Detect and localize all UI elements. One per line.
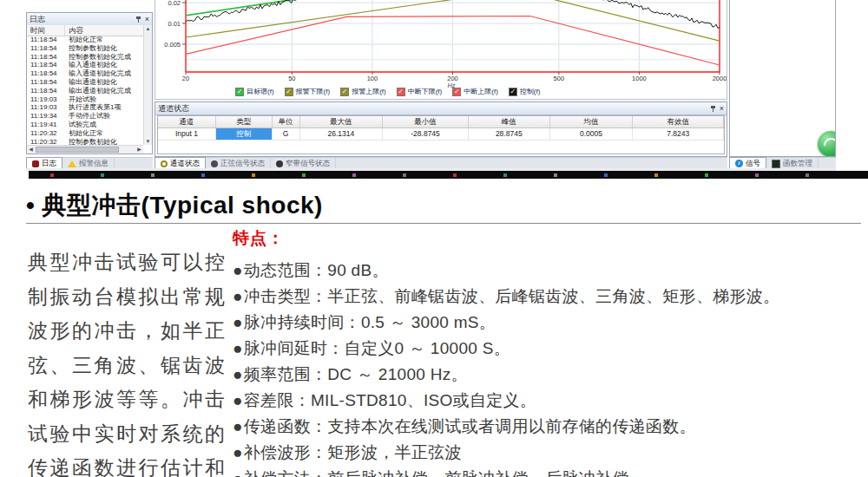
sine-signal-icon [211, 160, 218, 167]
table-cell: -28.8745 [383, 128, 469, 140]
legend-checkbox[interactable]: ✓ [285, 88, 293, 96]
series-控制(f) [186, 0, 313, 23]
legend-label: 报警下限(f) [296, 87, 331, 96]
log-col-content: 内容 [65, 25, 83, 36]
intro-paragraph: 典型冲击试验可以控制振动台模拟出常规波形的冲击，如半正弦、三角波、锯齿波和梯形波… [28, 245, 236, 477]
table-cell: G [273, 128, 300, 140]
legend-checkbox[interactable]: ✓ [397, 88, 405, 96]
taskbar-speck [453, 173, 457, 177]
scroll-right-icon[interactable]: ▶ [135, 146, 143, 154]
taskbar-speck [503, 173, 507, 177]
spectrum-chart: 0.020.010.005205010020050010002000Hz [155, 0, 727, 100]
taskbar-speck [403, 173, 406, 177]
bullet-icon: ● [233, 469, 243, 477]
log-panel: 日志 × 时间 内容 11:18:54初始化正常11:18:54控制参数初始化1… [26, 12, 153, 154]
taskbar-speck [705, 173, 708, 177]
bullet-icon: ● [233, 287, 243, 305]
log-row: 11:18:54控制参数初始化 [27, 44, 143, 53]
legend-item: ✓报警下限(f) [285, 87, 331, 96]
legend-label: 报警上限(f) [352, 87, 386, 96]
spectrum-chart-panel: 0.020.010.005205010020050010002000Hz ✓目标… [155, 0, 727, 100]
taskbar-speck [201, 173, 205, 177]
function-manager-icon [772, 160, 780, 168]
scroll-down-icon[interactable]: ▼ [144, 138, 152, 145]
pin-icon[interactable] [135, 16, 141, 23]
svg-text:500: 500 [554, 75, 565, 82]
taskbar-speck [151, 173, 155, 177]
taskbar-speck [352, 173, 356, 177]
log-row: 11:19:34手动停止试验 [27, 112, 143, 121]
legend-checkbox[interactable]: ✓ [452, 88, 461, 96]
paragraph-line: 和梯形波等等。冲击 [28, 382, 236, 417]
tab-signal[interactable]: i 信号 [729, 157, 766, 169]
svg-text:0.01: 0.01 [168, 20, 181, 28]
table-cell: 0.0005 [550, 128, 634, 140]
feature-item: ●脉冲间延时：自定义0 ～ 10000 S。 [233, 336, 858, 362]
feature-item: ●脉冲持续时间：0.5 ～ 3000 mS。 [233, 310, 858, 336]
taskbar-strip [29, 171, 868, 179]
title-bullet: • [26, 192, 35, 219]
taskbar-speck [302, 173, 306, 177]
log-vertical-scrollbar[interactable]: ▲ ▼ [143, 25, 152, 145]
warning-icon [68, 160, 76, 167]
run-button[interactable] [818, 131, 836, 157]
paragraph-line: 波形的冲击，如半正 [28, 314, 236, 349]
taskbar-speck [101, 173, 104, 177]
paragraph-line: 试验中实时对系统的 [28, 417, 236, 452]
scroll-up-icon[interactable]: ▲ [144, 25, 152, 32]
bullet-icon: ● [233, 391, 243, 409]
log-row: 11:19:03开始试验 [27, 95, 143, 104]
svg-text:0.02: 0.02 [168, 0, 181, 7]
svg-text:0.005: 0.005 [164, 41, 181, 49]
close-icon[interactable]: × [145, 16, 149, 23]
legend-checkbox[interactable]: ✓ [235, 88, 244, 96]
taskbar-speck [554, 173, 557, 177]
log-row: 11:20:32初始化正常 [27, 129, 143, 138]
svg-text:50: 50 [288, 75, 295, 82]
series-控制(f) [598, 0, 720, 28]
pin-icon[interactable] [710, 105, 716, 112]
scrollbar-thumb[interactable] [36, 147, 119, 153]
tab-log[interactable]: 日志 [26, 157, 62, 169]
table-cell: Input 1 [158, 128, 216, 140]
feature-item: ●补偿方法：前后脉冲补偿，前脉冲补偿，后脉冲补偿 [233, 466, 858, 477]
taskbar-speck [755, 173, 759, 177]
table-cell: 控制 [216, 128, 273, 140]
column-header: 单位 [273, 116, 300, 127]
log-row: 11:18:54初始化正常 [27, 36, 143, 44]
log-horizontal-scrollbar[interactable]: ◀ ▶ [27, 145, 143, 154]
bullet-icon: ● [233, 339, 243, 357]
svg-text:2000: 2000 [713, 75, 727, 82]
features-list: ●动态范围：90 dB。●冲击类型：半正弦、前峰锯齿波、后峰锯齿波、三角波、矩形… [233, 258, 858, 477]
legend-checkbox[interactable]: ✓ [340, 88, 349, 96]
wave-icon [821, 135, 836, 156]
svg-text:1000: 1000 [632, 75, 647, 82]
log-row: 11:20:32控制参数初始化 [27, 138, 143, 145]
svg-text:100: 100 [367, 75, 378, 82]
legend-checkbox[interactable]: ✓ [509, 88, 517, 96]
legend-item: ✓中断上限(f) [452, 87, 498, 96]
feature-item: ●传递函数：支持本次在线测试或者调用以前存储的传递函数。 [233, 414, 858, 440]
scroll-left-icon[interactable]: ◀ [27, 146, 35, 154]
close-icon[interactable]: × [720, 105, 724, 112]
features-heading: 特点： [233, 227, 858, 250]
title-text: 典型冲击(Typical shock) [43, 192, 323, 219]
narrowband-signal-icon [276, 160, 283, 167]
series-报警下限(f) [186, 0, 469, 37]
channel-status-icon [161, 160, 168, 167]
taskbar-speck [252, 173, 255, 177]
log-row: 11:18:54控制参数初始化完成 [27, 53, 143, 62]
log-row: 11:18:54输入通道初始化完成 [27, 69, 143, 78]
bullet-icon: ● [233, 261, 243, 279]
tab-channel-status[interactable]: 通道状态 [155, 157, 206, 169]
table-cell: 26.1314 [300, 128, 384, 140]
legend-label: 中断上限(f) [464, 87, 498, 96]
log-panel-titlebar: 日志 × [27, 13, 152, 26]
bullet-icon: ● [233, 313, 243, 331]
table-row[interactable]: Input 1控制G26.1314-28.874528.87450.00057.… [158, 128, 724, 140]
page-title: • 典型冲击(Typical shock) [26, 189, 323, 222]
legend-item: ✓控制(f) [509, 87, 541, 96]
legend-item: ✓报警上限(f) [340, 87, 386, 96]
column-header: 最大值 [300, 116, 384, 127]
log-row: 11:18:54输出通道初始化完成 [27, 87, 143, 95]
